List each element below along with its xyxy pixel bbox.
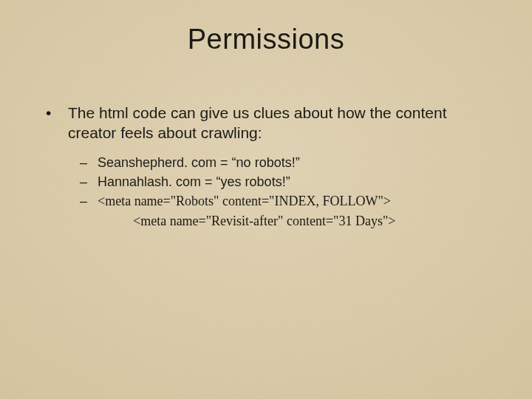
sub-item-3: – <meta name="Robots" content="INDEX, FO…: [80, 192, 495, 210]
sub-list: – Seanshepherd. com = “no robots!” – Han…: [80, 154, 495, 230]
sub-item-3-text: <meta name="Robots" content="INDEX, FOLL…: [98, 192, 495, 210]
slide: Permissions • The html code can give us …: [0, 0, 532, 399]
bullet-main: • The html code can give us clues about …: [44, 103, 495, 143]
dash-icon: –: [80, 154, 98, 171]
sub-item-3b-text: <meta name="Revisit-after" content="31 D…: [133, 212, 495, 230]
slide-title: Permissions: [0, 0, 532, 55]
sub-item-1: – Seanshepherd. com = “no robots!”: [80, 154, 495, 171]
sub-item-2-text: Hannahlash. com = “yes robots!”: [98, 173, 495, 191]
bullet-main-text: The html code can give us clues about ho…: [68, 103, 495, 143]
dash-icon: –: [80, 192, 98, 210]
sub-item-1-text: Seanshepherd. com = “no robots!”: [98, 154, 495, 171]
sub-item-2: – Hannahlash. com = “yes robots!”: [80, 173, 495, 191]
slide-body: • The html code can give us clues about …: [44, 103, 495, 230]
dash-icon: –: [80, 173, 98, 191]
bullet-dot-icon: •: [44, 103, 68, 143]
